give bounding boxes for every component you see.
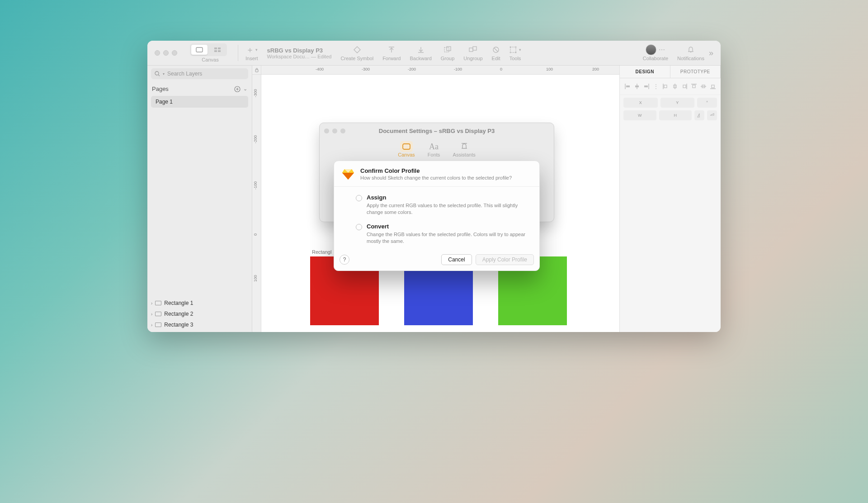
- create-symbol-button[interactable]: Create Symbol: [336, 45, 378, 61]
- canvas[interactable]: Rectangl Document Settings – sRBG vs Dis…: [261, 75, 619, 332]
- search-icon: [155, 71, 160, 76]
- layer-item[interactable]: › Rectangle 3: [147, 319, 252, 330]
- svg-rect-3: [214, 50, 217, 52]
- svg-line-19: [158, 75, 160, 76]
- svg-rect-39: [664, 85, 667, 88]
- align-center-icon[interactable]: [671, 82, 679, 91]
- svg-marker-30: [342, 173, 348, 180]
- document-title: sRBG vs Display P3 Workspace Docu… — Edi…: [263, 47, 336, 59]
- svg-point-14: [509, 47, 511, 48]
- collaborate-button[interactable]: ⋯ Collaborate: [638, 45, 673, 61]
- align-right-edge-icon[interactable]: [680, 82, 689, 91]
- confirm-color-profile-dialog: Confirm Color Profile How should Sketch …: [334, 161, 540, 271]
- edit-button[interactable]: Edit: [487, 45, 505, 61]
- svg-rect-0: [196, 47, 203, 52]
- help-button[interactable]: ?: [340, 255, 349, 265]
- chevron-right-icon[interactable]: ›: [151, 312, 152, 317]
- chevron-right-icon[interactable]: ›: [151, 301, 152, 306]
- svg-rect-23: [255, 70, 258, 72]
- search-placeholder: Search Layers: [167, 71, 202, 77]
- radio-icon[interactable]: [356, 224, 362, 230]
- w-field[interactable]: W: [623, 110, 656, 120]
- canvas-area[interactable]: -400 -300 -200 -100 0 100 200 -300 -200 …: [252, 66, 619, 332]
- option-convert[interactable]: Convert Change the RGB values for the se…: [356, 220, 532, 249]
- svg-rect-49: [712, 85, 714, 88]
- svg-rect-9: [469, 48, 473, 52]
- vertical-ruler: -300 -200 -100 0 100: [252, 75, 261, 332]
- svg-rect-10: [473, 47, 476, 50]
- svg-rect-24: [403, 144, 410, 149]
- bell-icon: [458, 141, 471, 152]
- docset-tab-canvas[interactable]: Canvas: [398, 141, 415, 157]
- left-sidebar: ▾ Search Layers Pages ⌄ Page 1 › Rectang…: [147, 66, 252, 332]
- align-left-icon[interactable]: [623, 82, 632, 91]
- y-field[interactable]: Y: [660, 98, 695, 108]
- layer-list: › Rectangle 1 › Rectangle 2 › Rectangle …: [147, 298, 252, 332]
- view-single-icon[interactable]: [191, 45, 208, 55]
- x-field[interactable]: X: [623, 98, 658, 108]
- canvas-view-toggle: Canvas: [185, 43, 235, 62]
- ungroup-button[interactable]: Ungroup: [459, 45, 487, 61]
- svg-rect-35: [635, 85, 639, 87]
- layer-item[interactable]: › Rectangle 2: [147, 308, 252, 319]
- svg-line-12: [494, 48, 498, 52]
- chevron-right-icon[interactable]: ›: [151, 323, 152, 327]
- group-button[interactable]: Group: [436, 45, 459, 61]
- dialog-subtitle: How should Sketch change the current col…: [360, 175, 512, 180]
- align-right-icon[interactable]: [642, 82, 651, 91]
- artboard-label: Rectangl: [312, 249, 331, 255]
- svg-point-17: [515, 52, 516, 53]
- align-center-h-icon[interactable]: [633, 82, 642, 91]
- svg-rect-43: [683, 85, 686, 88]
- window-traffic-lights[interactable]: [155, 50, 177, 56]
- flip-h-icon[interactable]: [694, 110, 704, 120]
- sketch-app-icon: [341, 167, 355, 181]
- lock-icon[interactable]: [252, 66, 261, 75]
- artboard-icon: [155, 301, 161, 305]
- apply-color-profile-button[interactable]: Apply Color Profile: [476, 254, 534, 265]
- window-traffic-lights[interactable]: [324, 128, 345, 133]
- svg-point-18: [155, 71, 159, 75]
- option-assign[interactable]: Assign Apply the current RGB values to t…: [356, 191, 532, 220]
- canvas-toggle-label: Canvas: [202, 57, 218, 62]
- page-item[interactable]: Page 1: [151, 96, 248, 108]
- svg-rect-37: [644, 85, 648, 87]
- cancel-button[interactable]: Cancel: [441, 254, 472, 265]
- search-input[interactable]: ▾ Search Layers: [151, 68, 248, 79]
- inspector-panel: DESIGN PROTOTYPE ⋮ X Y °: [619, 66, 721, 332]
- align-bottom-icon[interactable]: [708, 82, 717, 91]
- canvas-icon: [400, 141, 413, 152]
- distribute-h-icon[interactable]: ⋮: [652, 82, 660, 91]
- notifications-button[interactable]: Notifications: [673, 45, 709, 61]
- svg-point-16: [509, 52, 511, 53]
- chevron-down-icon[interactable]: ⌄: [241, 86, 247, 92]
- flip-v-icon[interactable]: [707, 110, 717, 120]
- view-grid-icon[interactable]: [209, 45, 226, 55]
- dialog-title: Confirm Color Profile: [360, 167, 512, 174]
- align-middle-icon[interactable]: [699, 82, 708, 91]
- align-left-edge-icon[interactable]: [661, 82, 670, 91]
- tab-prototype[interactable]: PROTOTYPE: [670, 66, 721, 78]
- horizontal-ruler: -400 -300 -200 -100 0 100 200: [261, 66, 619, 75]
- backward-button[interactable]: Backward: [405, 45, 436, 61]
- overflow-icon[interactable]: »: [709, 48, 716, 58]
- docset-tab-assistants[interactable]: Assistants: [453, 141, 476, 157]
- pages-header: Pages ⌄: [147, 82, 252, 96]
- forward-button[interactable]: Forward: [378, 45, 405, 61]
- docset-titlebar: Document Settings – sRBG vs Display P3: [320, 123, 554, 138]
- minimize-icon[interactable]: [163, 50, 169, 56]
- zoom-icon[interactable]: [172, 50, 177, 56]
- align-top-icon[interactable]: [689, 82, 698, 91]
- add-page-icon[interactable]: [231, 86, 241, 92]
- insert-button[interactable]: ＋▾ Insert: [241, 45, 263, 61]
- docset-tab-fonts[interactable]: Aa Fonts: [428, 141, 440, 157]
- tab-design[interactable]: DESIGN: [620, 66, 670, 78]
- rotation-field[interactable]: °: [697, 98, 717, 108]
- h-field[interactable]: H: [659, 110, 692, 120]
- svg-rect-4: [218, 50, 221, 52]
- radio-icon[interactable]: [356, 195, 362, 201]
- tools-button[interactable]: ▾ Tools: [505, 45, 526, 61]
- layer-item[interactable]: › Rectangle 1: [147, 298, 252, 308]
- close-icon[interactable]: [155, 50, 160, 56]
- svg-rect-13: [510, 47, 516, 52]
